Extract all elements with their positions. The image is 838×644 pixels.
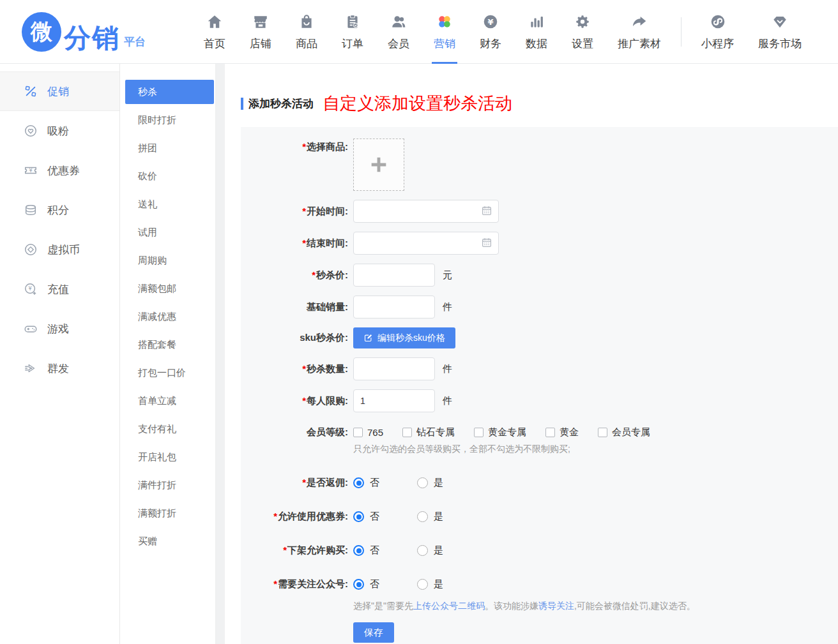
seckill-form: *选择商品: *开始时间: <box>241 127 838 644</box>
seckill-price-input[interactable] <box>353 264 435 287</box>
radio-option-no[interactable]: 否 <box>353 544 417 557</box>
select-product-button[interactable] <box>353 139 404 191</box>
sidebar-item-recharge[interactable]: ¥ 充值 <box>0 269 119 309</box>
member-level-option[interactable]: 钻石专属 <box>402 426 455 438</box>
checkbox[interactable] <box>353 428 363 437</box>
form-row-start-time: *开始时间: <box>241 200 838 223</box>
member-level-option[interactable]: 会员专属 <box>598 426 650 438</box>
submenu-item-piece-discount[interactable]: 满件打折 <box>120 471 215 499</box>
radio-icon <box>353 477 364 488</box>
radio-option-yes[interactable]: 是 <box>417 477 481 489</box>
sidebar-item-virtual-coin[interactable]: 虚拟币 <box>0 230 119 269</box>
submenu-item-buy-gift[interactable]: 买赠 <box>120 527 215 555</box>
submenu-item-shop-gift[interactable]: 开店礼包 <box>120 443 215 471</box>
nav-divider <box>681 17 682 47</box>
induce-follow-link[interactable]: 诱导关注 <box>538 601 574 611</box>
active-nav-underline <box>432 62 457 64</box>
miniprogram-icon <box>710 12 726 31</box>
per-limit-input[interactable] <box>353 389 435 412</box>
calendar-icon[interactable] <box>481 237 492 251</box>
nav-item-service-market[interactable]: 服务市场 <box>746 0 814 64</box>
per-limit-label: *每人限购: <box>241 395 348 407</box>
nav-item-orders[interactable]: 订单 <box>330 0 376 64</box>
submenu-item-group-buy[interactable]: 拼团 <box>120 134 215 162</box>
submenu-item-limited-discount[interactable]: 限时打折 <box>120 106 215 134</box>
radio-option-no[interactable]: 否 <box>353 511 417 523</box>
radio-option-no[interactable]: 否 <box>353 477 417 489</box>
submenu-item-trial[interactable]: 试用 <box>120 218 215 246</box>
rebate-label: *是否返佣: <box>241 477 348 489</box>
svg-text:¥: ¥ <box>28 285 31 292</box>
nav-item-shop[interactable]: 店铺 <box>238 0 284 64</box>
form-row-seckill-price: *秒杀价: 元 <box>241 264 838 287</box>
submenu-item-pay-gift[interactable]: 支付有礼 <box>120 415 215 443</box>
calendar-icon[interactable] <box>481 205 492 219</box>
shop-icon <box>252 12 269 31</box>
seckill-qty-input[interactable] <box>353 357 435 380</box>
radio-option-yes[interactable]: 是 <box>417 511 481 523</box>
nav-item-miniprogram[interactable]: 小程序 <box>689 0 746 64</box>
submenu-item-seckill[interactable]: 秒杀 <box>125 80 214 104</box>
submenu-item-bargain[interactable]: 砍价 <box>120 162 215 190</box>
edit-icon <box>363 333 373 343</box>
checkbox[interactable] <box>545 428 555 437</box>
promotion-icon <box>23 84 38 99</box>
points-icon <box>23 202 38 218</box>
radio-icon <box>417 579 428 590</box>
submenu-item-gift[interactable]: 送礼 <box>120 190 215 218</box>
radio-option-yes[interactable]: 是 <box>417 544 481 557</box>
radio-option-yes[interactable]: 是 <box>417 578 481 590</box>
submenu-item-combo[interactable]: 搭配套餐 <box>120 331 215 359</box>
nav-item-goods[interactable]: 商品 <box>284 0 330 64</box>
upload-qrcode-link[interactable]: 上传公众号二维码 <box>413 601 485 611</box>
nav-item-settings[interactable]: 设置 <box>560 0 606 64</box>
panel-gap <box>216 64 225 644</box>
member-level-option[interactable]: 黄金专属 <box>474 426 526 438</box>
nav-item-members[interactable]: 会员 <box>376 0 422 64</box>
sidebar-item-game[interactable]: 游戏 <box>0 309 119 348</box>
sidebar-item-attract-fans[interactable]: 吸粉 <box>0 111 119 151</box>
member-level-option[interactable]: 黄金 <box>545 426 579 438</box>
game-icon <box>23 321 38 336</box>
top-header: 微 分销 平台 首页 店铺 商品 订单 <box>0 0 838 64</box>
submenu-item-bundle-price[interactable]: 打包一口价 <box>120 359 215 387</box>
end-time-input[interactable] <box>353 232 499 255</box>
unit-suffix: 件 <box>443 395 452 407</box>
nav-item-marketing[interactable]: 营销 <box>422 0 468 64</box>
radio-icon <box>417 545 428 556</box>
submenu-item-first-order[interactable]: 首单立减 <box>120 387 215 415</box>
nav-item-home[interactable]: 首页 <box>192 0 238 64</box>
form-row-base-sales: 基础销量: 件 <box>241 296 838 318</box>
plus-icon <box>368 154 390 176</box>
orders-icon <box>344 12 361 31</box>
goods-icon <box>298 12 315 31</box>
main-content: 添加秒杀活动 自定义添加设置秒杀活动 *选择商品: *开始时间: <box>225 64 838 644</box>
form-row-seckill-qty: *秒杀数量: 件 <box>241 357 838 380</box>
member-level-option[interactable]: 765 <box>353 427 383 438</box>
save-button[interactable]: 保存 <box>353 622 394 643</box>
edit-sku-price-button[interactable]: 编辑秒杀sku价格 <box>353 327 455 348</box>
checkbox[interactable] <box>598 428 607 437</box>
sidebar-item-coupon[interactable]: ¥ 优惠券 <box>0 151 119 190</box>
checkbox[interactable] <box>474 428 484 437</box>
form-row-follow-official: *需要关注公众号: 否 是 <box>241 578 838 590</box>
submenu-item-discount-over[interactable]: 满减优惠 <box>120 303 215 331</box>
sidebar-item-points[interactable]: 积分 <box>0 190 119 230</box>
nav-item-data[interactable]: 数据 <box>514 0 560 64</box>
sidebar-item-promotion[interactable]: 促销 <box>0 71 119 111</box>
start-time-input[interactable] <box>353 200 499 223</box>
base-sales-label: 基础销量: <box>241 301 348 313</box>
submenu-item-free-shipping[interactable]: 满额包邮 <box>120 274 215 303</box>
promo-materials-icon <box>631 12 648 31</box>
checkbox[interactable] <box>402 428 412 437</box>
title-accent-bar <box>241 98 243 110</box>
sidebar-item-broadcast[interactable]: 群发 <box>0 348 119 388</box>
nav-item-promo-materials[interactable]: 推广素材 <box>606 0 673 64</box>
settings-icon <box>574 12 591 31</box>
base-sales-input[interactable] <box>353 296 435 318</box>
nav-item-finance[interactable]: ¥ 财务 <box>468 0 514 64</box>
radio-option-no[interactable]: 否 <box>353 578 417 590</box>
submenu-item-amount-discount[interactable]: 满额打折 <box>120 499 215 527</box>
submenu-item-period-buy[interactable]: 周期购 <box>120 246 215 274</box>
page-title-annotation: 自定义添加设置秒杀活动 <box>323 92 512 115</box>
